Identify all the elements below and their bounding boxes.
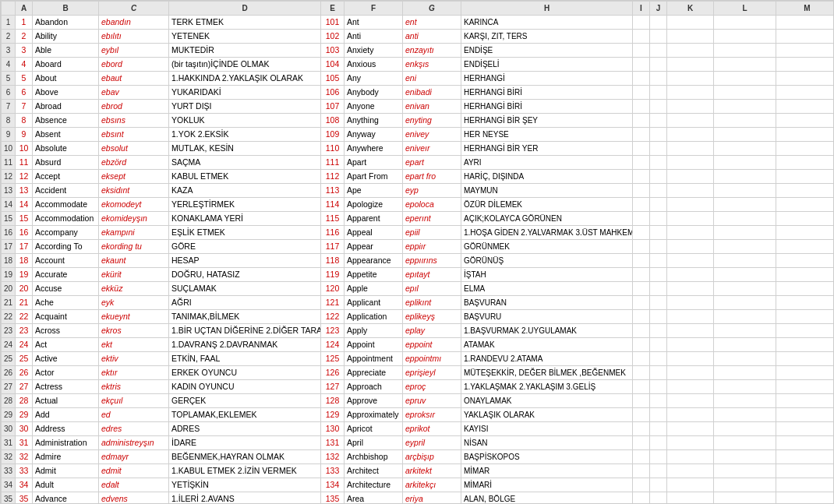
- cell-l[interactable]: [714, 198, 776, 212]
- cell-l[interactable]: [714, 100, 776, 114]
- cell-g[interactable]: eni: [403, 72, 461, 86]
- cell-k[interactable]: [667, 170, 714, 184]
- cell-i[interactable]: [633, 394, 650, 408]
- cell-e[interactable]: 134: [321, 478, 345, 492]
- cell-phonetic[interactable]: administreyşın: [99, 436, 169, 450]
- cell-h[interactable]: MİMARİ: [461, 478, 633, 492]
- cell-l[interactable]: [714, 44, 776, 58]
- cell-turkish[interactable]: 1.KABUL ETMEK 2.İZİN VERMEK: [169, 464, 321, 478]
- cell-i[interactable]: [633, 436, 650, 450]
- cell-english[interactable]: Actor: [33, 366, 99, 380]
- cell-h[interactable]: ELMA: [461, 282, 633, 296]
- cell-i[interactable]: [633, 450, 650, 464]
- cell-f[interactable]: Ape: [345, 184, 403, 198]
- cell-english[interactable]: Accurate: [33, 268, 99, 282]
- cell-m[interactable]: [776, 86, 835, 100]
- cell-j[interactable]: [650, 86, 667, 100]
- cell-j[interactable]: [650, 296, 667, 310]
- cell-k[interactable]: [667, 72, 714, 86]
- cell-e[interactable]: 111: [321, 156, 345, 170]
- cell-a[interactable]: 29: [16, 408, 33, 422]
- cell-english[interactable]: Accident: [33, 184, 99, 198]
- cell-g[interactable]: eplay: [403, 324, 461, 338]
- cell-turkish[interactable]: 1.DAVRANŞ 2.DAVRANMAK: [169, 338, 321, 352]
- cell-h[interactable]: BAŞVURAN: [461, 296, 633, 310]
- cell-turkish[interactable]: MUTLAK, KESİN: [169, 142, 321, 156]
- cell-k[interactable]: [667, 100, 714, 114]
- cell-h[interactable]: GÖRÜNMEK: [461, 240, 633, 254]
- cell-g[interactable]: eproç: [403, 380, 461, 394]
- cell-a[interactable]: 22: [16, 310, 33, 324]
- cell-f[interactable]: Approximately: [345, 408, 403, 422]
- cell-k[interactable]: [667, 30, 714, 44]
- cell-e[interactable]: 125: [321, 352, 345, 366]
- cell-k[interactable]: [667, 268, 714, 282]
- cell-phonetic[interactable]: edvens: [99, 492, 169, 505]
- cell-h[interactable]: ALAN, BÖLGE: [461, 492, 633, 505]
- cell-l[interactable]: [714, 310, 776, 324]
- cell-f[interactable]: Appointment: [345, 352, 403, 366]
- cell-k[interactable]: [667, 86, 714, 100]
- cell-english[interactable]: Accept: [33, 170, 99, 184]
- cell-phonetic[interactable]: ekueynt: [99, 310, 169, 324]
- cell-f[interactable]: Anti: [345, 30, 403, 44]
- cell-e[interactable]: 118: [321, 254, 345, 268]
- cell-m[interactable]: [776, 268, 835, 282]
- cell-h[interactable]: HERHANGİ BİR ŞEY: [461, 114, 633, 128]
- cell-a[interactable]: 32: [16, 450, 33, 464]
- cell-j[interactable]: [650, 478, 667, 492]
- cell-phonetic[interactable]: ebaut: [99, 72, 169, 86]
- cell-phonetic[interactable]: ekampıni: [99, 226, 169, 240]
- cell-m[interactable]: [776, 422, 835, 436]
- cell-k[interactable]: [667, 464, 714, 478]
- cell-f[interactable]: April: [345, 436, 403, 450]
- cell-m[interactable]: [776, 492, 835, 505]
- cell-h[interactable]: 1.YAKLAŞMAK 2.YAKLAŞIM 3.GELİŞ: [461, 380, 633, 394]
- cell-english[interactable]: Act: [33, 338, 99, 352]
- cell-a[interactable]: 11: [16, 156, 33, 170]
- cell-f[interactable]: Apricot: [345, 422, 403, 436]
- cell-g[interactable]: epart: [403, 156, 461, 170]
- cell-i[interactable]: [633, 100, 650, 114]
- cell-e[interactable]: 108: [321, 114, 345, 128]
- cell-english[interactable]: Add: [33, 408, 99, 422]
- cell-g[interactable]: enivey: [403, 128, 461, 142]
- cell-g[interactable]: eypril: [403, 436, 461, 450]
- cell-phonetic[interactable]: ektiv: [99, 352, 169, 366]
- cell-english[interactable]: According To: [33, 240, 99, 254]
- cell-l[interactable]: [714, 366, 776, 380]
- cell-turkish[interactable]: TOPLAMAK,EKLEMEK: [169, 408, 321, 422]
- cell-a[interactable]: 7: [16, 100, 33, 114]
- cell-e[interactable]: 112: [321, 170, 345, 184]
- cell-a[interactable]: 25: [16, 352, 33, 366]
- cell-m[interactable]: [776, 240, 835, 254]
- cell-f[interactable]: Anywhere: [345, 142, 403, 156]
- cell-h[interactable]: HER NEYSE: [461, 128, 633, 142]
- cell-f[interactable]: Anything: [345, 114, 403, 128]
- cell-i[interactable]: [633, 170, 650, 184]
- cell-english[interactable]: Abroad: [33, 100, 99, 114]
- cell-h[interactable]: ATAMAK: [461, 338, 633, 352]
- cell-i[interactable]: [633, 240, 650, 254]
- cell-e[interactable]: 119: [321, 268, 345, 282]
- cell-f[interactable]: Architecture: [345, 478, 403, 492]
- cell-m[interactable]: [776, 44, 835, 58]
- cell-g[interactable]: epıtayt: [403, 268, 461, 282]
- col-header-b[interactable]: B: [33, 2, 99, 16]
- cell-phonetic[interactable]: ekküz: [99, 282, 169, 296]
- cell-a[interactable]: 34: [16, 478, 33, 492]
- cell-l[interactable]: [714, 394, 776, 408]
- cell-a[interactable]: 24: [16, 338, 33, 352]
- cell-f[interactable]: Anxiety: [345, 44, 403, 58]
- cell-g[interactable]: epruv: [403, 394, 461, 408]
- cell-h[interactable]: HERHANGİ BİRİ: [461, 100, 633, 114]
- cell-m[interactable]: [776, 72, 835, 86]
- cell-j[interactable]: [650, 184, 667, 198]
- cell-i[interactable]: [633, 58, 650, 72]
- cell-turkish[interactable]: SUÇLAMAK: [169, 282, 321, 296]
- cell-f[interactable]: Apart: [345, 156, 403, 170]
- cell-turkish[interactable]: YOKLUK: [169, 114, 321, 128]
- cell-k[interactable]: [667, 492, 714, 505]
- cell-k[interactable]: [667, 324, 714, 338]
- cell-a[interactable]: 27: [16, 380, 33, 394]
